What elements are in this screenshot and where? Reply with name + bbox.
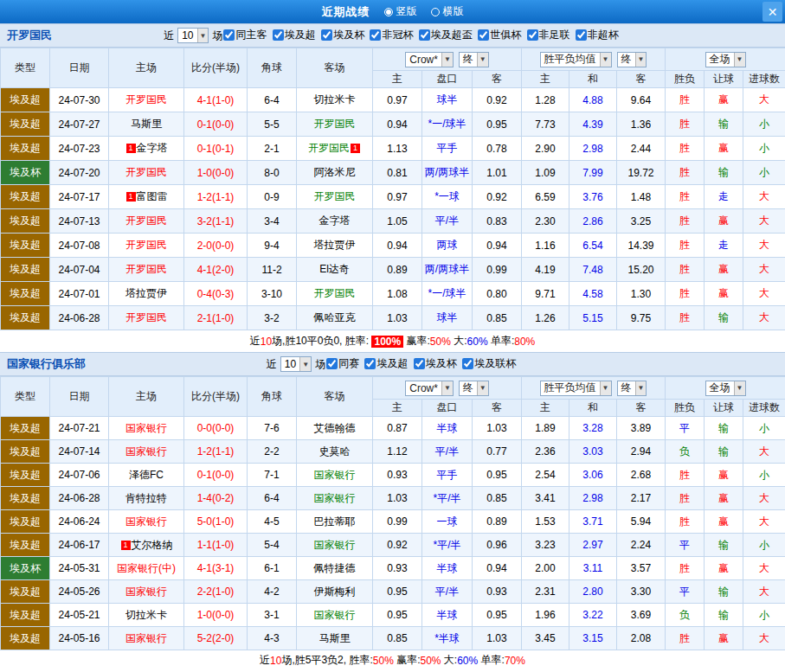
cell-league-type: 埃及超	[1, 534, 50, 557]
cell-odds-away: 0.83	[473, 209, 522, 234]
header-result: 胜负	[666, 400, 705, 417]
odds-company-select[interactable]: Crow*▼	[405, 52, 454, 67]
page-title: 近期战绩	[322, 4, 370, 20]
cell-date: 24-06-28	[50, 306, 109, 330]
cell-home-team: 国家银行	[109, 580, 184, 604]
cell-league-type: 埃及超	[1, 627, 50, 650]
cell-odds-away: 0.89	[473, 510, 522, 534]
cell-odds-away: 0.96	[473, 534, 522, 557]
league-filter-checkbox[interactable]: 埃及杯	[321, 28, 364, 42]
cell-avg-draw: 5.15	[569, 306, 617, 330]
matches-body-1: 埃及超 24-07-30 开罗国民 4-1(1-0) 6-4 切拉米卡 0.97…	[1, 88, 785, 330]
league-filter-checkbox[interactable]: 埃及超	[273, 28, 316, 42]
cell-handicap: 球半	[422, 306, 473, 330]
cell-handicap-result: 输	[705, 440, 743, 464]
league-filter-checkbox[interactable]: 埃及联杯	[462, 356, 516, 371]
matches-table-1: 类型 日期 主场 比分(半场) 角球 客场 Crow*▼ 终▼ 胜平负均值▼ 终…	[0, 48, 785, 330]
cell-date: 24-07-06	[50, 464, 109, 487]
cell-odds-home: 0.97	[373, 185, 422, 209]
cell-away-team: 塔拉贾伊	[297, 234, 373, 258]
layout-option-horizontal[interactable]: 横版	[431, 4, 464, 19]
cell-league-type: 埃及超	[1, 112, 50, 137]
cell-avg-draw: 3.76	[569, 185, 617, 209]
league-filter-checkbox[interactable]: 埃及超	[364, 356, 408, 371]
avg-odds-select[interactable]: 胜平负均值▼	[540, 381, 612, 396]
cell-avg-home: 2.54	[522, 464, 569, 487]
recent-results-panel: 近期战绩 竖版 横版 ✕ 开罗国民 近 10▼ 场 同主客 埃及超 埃及杯	[0, 0, 785, 670]
cell-corner: 3-1	[248, 604, 297, 627]
cell-date: 24-07-14	[50, 440, 109, 464]
match-row: 埃及超 24-07-14 国家银行 1-2(1-1) 2-2 史莫哈 1.12 …	[1, 440, 785, 464]
scope-select[interactable]: 全场▼	[705, 52, 746, 67]
league-filter-checkbox[interactable]: 非超杯	[576, 28, 619, 42]
cell-handicap: 两/两球半	[422, 161, 473, 185]
cell-result: 胜	[666, 137, 705, 161]
cell-home-team: 马斯里	[109, 112, 184, 137]
cell-odds-away: 0.95	[473, 604, 522, 627]
cell-score: 4-1(2-0)	[184, 258, 248, 282]
cell-date: 24-06-28	[50, 487, 109, 510]
header-avg-home: 主	[522, 400, 569, 417]
cell-odds-away: 1.03	[473, 627, 522, 650]
league-filter-checkbox[interactable]: 非冠杯	[370, 28, 413, 42]
league-filter-checkbox[interactable]: 同赛	[326, 356, 359, 371]
cell-avg-draw: 2.98	[569, 137, 617, 161]
summary-segment: 10	[270, 655, 281, 667]
league-checkbox-group: 同主客 埃及超 埃及杯 非冠杯 埃及超盃 世俱杯 非足联 非超杯	[223, 28, 621, 43]
cell-corner: 4-5	[248, 510, 297, 534]
league-filter-checkbox[interactable]: 埃及杯	[414, 356, 457, 371]
avg-final-select[interactable]: 终▼	[617, 52, 647, 67]
cell-handicap: *平/半	[422, 534, 473, 557]
chevron-down-icon: ▼	[734, 381, 745, 395]
cell-league-type: 埃及超	[1, 282, 50, 306]
cell-odds-home: 1.08	[373, 282, 422, 306]
cell-league-type: 埃及超	[1, 306, 50, 330]
match-count-select[interactable]: 10▼	[177, 28, 209, 43]
odds-company-select[interactable]: Crow*▼	[405, 381, 454, 396]
header-avg-draw: 和	[569, 400, 617, 417]
match-row: 埃及超 24-07-13 开罗国民 3-2(1-1) 3-4 金字塔 1.05 …	[1, 209, 785, 234]
league-filter-checkbox[interactable]: 同主客	[223, 28, 267, 42]
cell-odds-home: 0.94	[373, 112, 422, 137]
cell-goals-result: 大	[743, 487, 785, 510]
cell-goals-result: 大	[743, 557, 785, 580]
cell-handicap: 两球	[422, 234, 473, 258]
league-filter-checkbox[interactable]: 世俱杯	[478, 28, 521, 42]
avg-odds-select[interactable]: 胜平负均值▼	[540, 52, 612, 67]
cell-score: 1-4(0-2)	[184, 487, 248, 510]
match-count-select[interactable]: 10▼	[280, 356, 312, 372]
summary-segment: 80%	[514, 336, 535, 348]
cell-handicap-result: 赢	[705, 88, 743, 112]
cell-odds-away: 0.95	[473, 464, 522, 487]
cell-handicap-result: 输	[705, 161, 743, 185]
cell-result: 胜	[666, 282, 705, 306]
cell-odds-home: 0.97	[373, 88, 422, 112]
close-icon[interactable]: ✕	[762, 2, 782, 22]
cell-avg-draw: 2.80	[569, 580, 617, 604]
summary-segment: 60%	[457, 655, 478, 667]
summary-segment: 10	[261, 336, 272, 348]
layout-option-vertical[interactable]: 竖版	[384, 4, 417, 19]
header-handicap-result: 让球	[705, 71, 743, 88]
odds-final-select[interactable]: 终▼	[459, 381, 489, 396]
cell-odds-home: 1.05	[373, 209, 422, 234]
cell-goals-result: 小	[743, 161, 785, 185]
odds-final-select[interactable]: 终▼	[459, 52, 489, 67]
cell-avg-home: 2.00	[522, 557, 569, 580]
league-filter-checkbox[interactable]: 非足联	[527, 28, 570, 42]
cell-avg-away: 15.20	[617, 258, 666, 282]
cell-goals-result: 大	[743, 209, 785, 234]
league-filter-checkbox[interactable]: 埃及超盃	[419, 28, 473, 42]
avg-final-select[interactable]: 终▼	[617, 381, 647, 396]
cell-home-team: 国家银行	[109, 417, 184, 440]
cell-date: 24-07-21	[50, 417, 109, 440]
cell-away-team: 佩特捷德	[297, 557, 373, 580]
cell-corner: 0-9	[248, 185, 297, 209]
cell-handicap-result: 输	[705, 306, 743, 330]
chevron-down-icon: ▼	[477, 53, 488, 67]
scope-select[interactable]: 全场▼	[705, 381, 746, 396]
cell-odds-home: 0.89	[373, 258, 422, 282]
header-date: 日期	[50, 377, 109, 417]
header-avg-group: 胜平负均值▼ 终▼	[522, 48, 666, 71]
cell-handicap-result: 输	[705, 604, 743, 627]
